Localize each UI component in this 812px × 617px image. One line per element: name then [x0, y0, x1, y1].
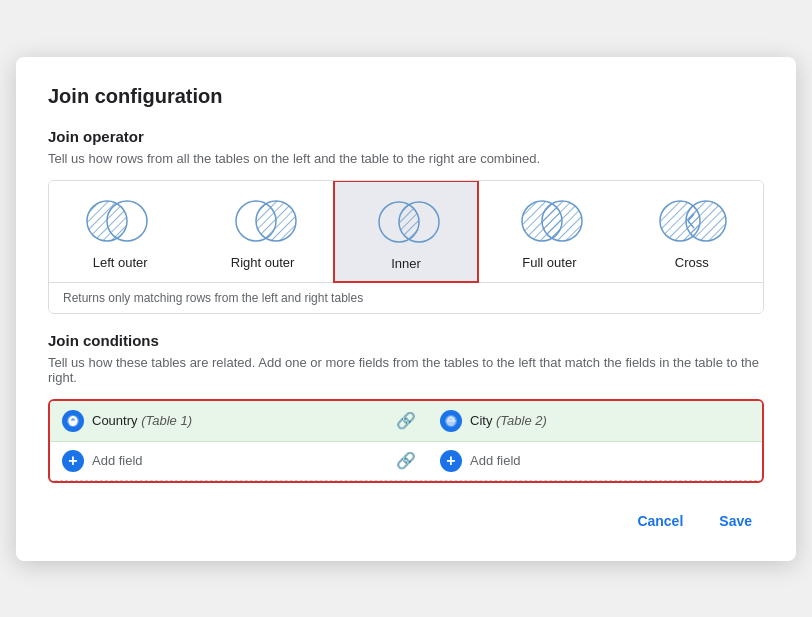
- join-selected-description: Returns only matching rows from the left…: [49, 283, 763, 313]
- link-icon-cell-add: 🔗: [384, 451, 428, 470]
- left-field-table-1: (Table 1): [141, 413, 192, 428]
- right-field-icon-1: [440, 410, 462, 432]
- join-operator-description: Tell us how rows from all the tables on …: [48, 151, 764, 166]
- dialog-footer: Cancel Save: [48, 505, 764, 537]
- link-icon-add: 🔗: [396, 451, 416, 470]
- inner-icon: [366, 196, 446, 248]
- right-outer-icon: [223, 195, 303, 247]
- join-option-left-outer[interactable]: Left outer: [49, 181, 191, 282]
- link-icon-1: 🔗: [396, 411, 416, 430]
- join-option-cross[interactable]: Cross: [621, 181, 763, 282]
- left-outer-label: Left outer: [93, 255, 148, 270]
- add-field-right[interactable]: + Add field: [428, 442, 762, 480]
- join-options: Left outer Right outer: [49, 181, 763, 283]
- join-option-full-outer[interactable]: Full outer: [478, 181, 620, 282]
- join-conditions-label: Join conditions: [48, 332, 764, 349]
- svg-point-14: [542, 201, 582, 241]
- svg-point-17: [686, 201, 726, 241]
- cross-icon: [652, 195, 732, 247]
- right-field-name-1: City: [470, 413, 492, 428]
- left-field-icon-1: [62, 410, 84, 432]
- condition-row-1: Country (Table 1) 🔗 City (Table 2): [50, 401, 762, 442]
- add-field-row: + Add field 🔗 + Add field: [50, 442, 762, 481]
- add-field-left[interactable]: + Add field: [50, 442, 384, 480]
- cross-label: Cross: [675, 255, 709, 270]
- join-operator-box: Left outer Right outer: [48, 180, 764, 314]
- add-icon-left: +: [62, 450, 84, 472]
- svg-point-5: [256, 201, 296, 241]
- full-outer-icon: [509, 195, 589, 247]
- full-outer-label: Full outer: [522, 255, 576, 270]
- add-icon-right: +: [440, 450, 462, 472]
- join-operator-label: Join operator: [48, 128, 764, 145]
- link-icon-cell-1: 🔗: [384, 411, 428, 430]
- left-outer-icon: [80, 195, 160, 247]
- join-conditions-section: Join conditions Tell us how these tables…: [48, 332, 764, 483]
- cancel-button[interactable]: Cancel: [625, 505, 695, 537]
- conditions-table: Country (Table 1) 🔗 City (Table 2) + Add…: [48, 399, 764, 483]
- left-field-name-1: Country: [92, 413, 138, 428]
- right-outer-label: Right outer: [231, 255, 295, 270]
- save-button[interactable]: Save: [707, 505, 764, 537]
- join-configuration-dialog: Join configuration Join operator Tell us…: [16, 57, 796, 561]
- right-field-table-1: (Table 2): [496, 413, 547, 428]
- inner-label: Inner: [391, 256, 421, 271]
- dialog-title: Join configuration: [48, 85, 764, 108]
- add-field-left-label: Add field: [92, 453, 143, 468]
- join-operator-section: Join operator Tell us how rows from all …: [48, 128, 764, 314]
- join-option-inner[interactable]: Inner: [333, 180, 479, 283]
- condition-right-field-1[interactable]: City (Table 2): [428, 401, 762, 441]
- condition-left-field-1[interactable]: Country (Table 1): [50, 401, 384, 441]
- join-option-right-outer[interactable]: Right outer: [191, 181, 333, 282]
- add-field-right-label: Add field: [470, 453, 521, 468]
- join-conditions-description: Tell us how these tables are related. Ad…: [48, 355, 764, 385]
